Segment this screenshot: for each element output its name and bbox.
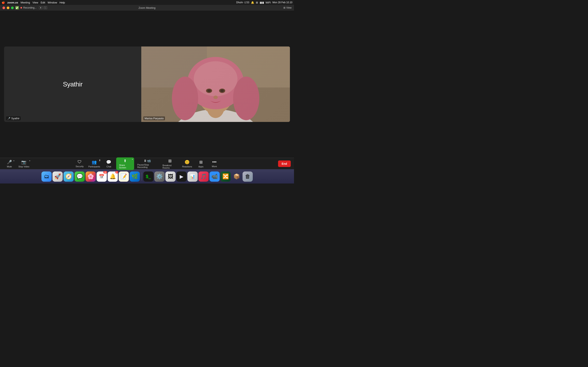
share-screen-button[interactable]: ⬆ Share Screen ▲ — [116, 157, 134, 170]
mute-chevron[interactable]: ▲ — [13, 160, 15, 161]
dock-item-app[interactable]: 📦 — [232, 171, 242, 182]
dock-item-finder[interactable]: 🗂 — [42, 171, 52, 182]
dock-item-sourcetree[interactable]: 🌿 — [130, 171, 140, 182]
chat-label: Chat — [106, 165, 111, 168]
maximize-button[interactable] — [11, 7, 14, 9]
share-screen-chevron[interactable]: ▲ — [132, 158, 133, 160]
more-button[interactable]: ••• More — [208, 159, 221, 168]
reminders-icon: 🔔 — [109, 173, 116, 180]
stop-video-button[interactable]: 📷 Stop Video ▲ — [16, 159, 31, 169]
prayer-time: Dhuhr -1:53 — [236, 1, 249, 4]
grid-icon: ⊞ — [256, 1, 258, 4]
chat-button[interactable]: 💬 Chat — [103, 159, 115, 169]
stop-recording-btn[interactable]: ⬛ — [43, 6, 47, 9]
menu-meeting[interactable]: Meeting — [21, 1, 30, 4]
dock-item-trash[interactable]: 🗑 — [242, 171, 253, 182]
title-bar: ✅ Recording... ⏸ ⬛ Zoom Meeting ⊞ View — [0, 5, 294, 11]
app-icon: 📦 — [233, 173, 240, 180]
reminders-badge: 2 — [115, 171, 118, 174]
sourcetree2-icon: 🔀 — [222, 173, 229, 180]
more-icon: ••• — [212, 160, 216, 164]
menu-help[interactable]: Help — [60, 1, 65, 4]
notification-icon: 🔔 — [251, 1, 254, 4]
camera-icon: 📷 — [21, 160, 26, 165]
trash-icon: 🗑 — [245, 173, 250, 180]
dock-item-messages[interactable]: 💬 — [75, 171, 85, 182]
participants-chevron[interactable]: ▲ — [99, 160, 101, 161]
mic-muted-icon: 🎤 — [7, 117, 10, 120]
menu-view[interactable]: View — [33, 1, 38, 4]
pause-recording-btn[interactable]: ⏸ — [39, 6, 43, 9]
dock-item-iina[interactable]: ▶ — [176, 171, 187, 182]
dock-item-sourcetree2[interactable]: 🔀 — [221, 171, 231, 182]
battery-icon: ▮▮▮ — [260, 1, 264, 4]
apps-button[interactable]: ⊞ Apps — [195, 159, 207, 169]
title-bar-right[interactable]: ⊞ View — [283, 6, 292, 9]
breakout-rooms-label: Breakout Rooms — [163, 164, 177, 169]
dock-item-activity-monitor[interactable]: 📊 — [187, 171, 198, 182]
dock-item-safari[interactable]: 🧭 — [63, 171, 74, 182]
mute-label: Mute — [7, 165, 12, 168]
security-icon: 🛡 — [78, 160, 82, 164]
recording-label: Recording... — [23, 6, 36, 9]
syathir-name-display: Syathir — [63, 81, 82, 88]
dock-item-music[interactable]: 🎵 — [199, 171, 209, 182]
security-button[interactable]: 🛡 Security — [73, 159, 86, 168]
window-title: Zoom Meeting — [138, 6, 155, 9]
dock-item-preview[interactable]: 🖼 — [165, 171, 176, 182]
security-label: Security — [76, 165, 84, 167]
terminal-icon: $_ — [146, 174, 151, 179]
view-button[interactable]: ⊞ View — [283, 6, 292, 9]
syathir-name-overlay: 🎤 Syathir — [6, 117, 21, 120]
menu-edit[interactable]: Edit — [41, 1, 45, 4]
pause-stop-recording-button[interactable]: ⏸📹 Pause/Stop Recording — [135, 158, 159, 169]
stickies-icon: 📝 — [121, 173, 127, 180]
dock-item-photos[interactable]: 🌸 — [86, 171, 96, 182]
recording-bar: Recording... ⏸ ⬛ — [20, 6, 47, 9]
dock-item-calendar[interactable]: 📅 28 — [96, 171, 107, 182]
participants-label: Participants — [88, 165, 100, 168]
marisa-video — [141, 47, 290, 122]
preview-icon: 🖼 — [168, 173, 173, 180]
menu-window[interactable]: Window — [48, 1, 57, 4]
video-tile-marisa: Marisa Paryasto — [141, 47, 290, 122]
dock-item-reminders[interactable]: 🔔 2 — [108, 171, 118, 182]
participants-icon: 👥 — [92, 160, 97, 165]
mute-button[interactable]: 🎤 Mute ▲ — [3, 159, 16, 169]
photos-icon: 🌸 — [87, 173, 94, 180]
wifi-icon: WiFi — [266, 1, 271, 4]
dock-item-system-preferences[interactable]: ⚙️ — [154, 171, 164, 182]
close-button[interactable] — [2, 7, 5, 9]
reactions-button[interactable]: 😊 Reactions — [181, 159, 194, 169]
video-chevron[interactable]: ▲ — [29, 160, 31, 161]
dock-item-launchpad[interactable]: 🚀 — [52, 171, 63, 182]
grid-view-icon: ⊞ — [283, 6, 285, 9]
dock-item-zoom[interactable]: 📹 — [209, 171, 220, 182]
zoom-toolbar: 🎤 Mute ▲ 📷 Stop Video ▲ 🛡 Security 👥 2 P… — [0, 158, 294, 169]
recording-status-icon: ✅ — [15, 6, 19, 9]
breakout-icon: ⊞ — [168, 158, 172, 163]
toolbar-left: 🎤 Mute ▲ 📷 Stop Video ▲ — [3, 159, 31, 169]
more-label: More — [212, 165, 217, 167]
dock-item-terminal[interactable]: $_ — [143, 171, 154, 182]
toolbar-center: 🛡 Security 👥 2 Participants ▲ 💬 Chat ⬆ S… — [73, 157, 221, 170]
end-button[interactable]: End — [278, 160, 291, 167]
dock: 🗂 🚀 🧭 💬 🌸 📅 28 🔔 2 📝 🌿 $_ ⚙️ 🖼 ▶ 📊 🎵 — [0, 169, 294, 184]
reactions-icon: 😊 — [185, 160, 190, 165]
breakout-rooms-button[interactable]: ⊞ Breakout Rooms — [160, 158, 180, 170]
recording-controls[interactable]: ⏸ ⬛ — [39, 6, 47, 9]
apps-icon: ⊞ — [199, 160, 203, 165]
calendar-icon: 📅 — [99, 174, 104, 179]
zoom-icon: 📹 — [211, 173, 218, 180]
activity-monitor-icon: 📊 — [190, 174, 195, 179]
main-content: Syathir 🎤 Syathir — [0, 11, 294, 158]
menu-app-name[interactable]: zoom.us — [7, 1, 18, 4]
minimize-button[interactable] — [7, 7, 9, 9]
menu-bar: 🍎 zoom.us Meeting View Edit Window Help … — [0, 0, 294, 5]
dock-item-stickies[interactable]: 📝 — [119, 171, 129, 182]
system-preferences-icon: ⚙️ — [156, 173, 163, 180]
menu-bar-left: 🍎 zoom.us Meeting View Edit Window Help — [2, 1, 65, 4]
apple-menu[interactable]: 🍎 — [2, 1, 5, 4]
participants-button[interactable]: 👥 2 Participants ▲ — [87, 159, 102, 169]
marisa-label: Marisa Paryasto — [145, 117, 164, 120]
